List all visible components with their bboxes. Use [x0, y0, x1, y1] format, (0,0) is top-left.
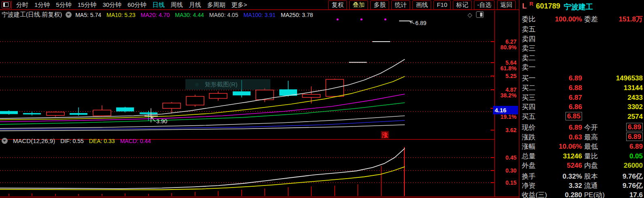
window-icon[interactable]: [2, 1, 11, 8]
rights-tag: R: [529, 1, 533, 7]
buy-row-1[interactable]: 6.89买一1496538: [519, 74, 644, 83]
sell-row-4[interactable]: 卖四: [519, 34, 644, 44]
buy-volume: 1496538: [616, 74, 643, 83]
toolbar-button-2[interactable]: 叠加: [349, 0, 368, 10]
info-label: 涨跌: [522, 133, 536, 142]
fund-value: 9.76亿: [623, 181, 643, 190]
macd-axis-2: 0.30: [492, 168, 516, 173]
toolbar: 分时1分钟5分钟15分钟30分钟60分钟日线周线月线多周期更多> 复权叠加多股统…: [0, 0, 519, 10]
screenshot-tooltip: 矩形截图(R): [185, 79, 270, 90]
period-tab-7[interactable]: 日线: [153, 1, 165, 9]
toolbar-button-9[interactable]: 返回: [497, 0, 516, 10]
sell-row-2[interactable]: 卖二: [519, 53, 644, 63]
period-tab-1[interactable]: 分时: [16, 1, 28, 9]
fund-label: 收益(三): [522, 190, 547, 198]
macd-indicator-title: MACD(12,26,9): [13, 137, 55, 144]
buy-volume: 13144: [624, 83, 643, 93]
ma-value-4: MA30: 4.44: [175, 12, 204, 18]
axis-fib-pct-4: 38.2%: [492, 93, 516, 98]
info-label: 内盘: [584, 161, 598, 170]
quote-panel: L R 601789 宁波建工 委比 100.00% 委差 151.8万 卖五卖…: [519, 0, 644, 198]
fund-label: 净资: [522, 181, 536, 190]
axis-price-4: 4.87: [492, 87, 516, 93]
info-label: 现价: [522, 123, 536, 132]
ma-value-2: MA10: 5.23: [106, 12, 136, 18]
chevron-down-icon[interactable]: [66, 12, 72, 18]
sell-label: 卖四: [522, 34, 536, 44]
toolbar-buttons: 复权叠加多股统计画线F10标记-自选返回: [328, 0, 516, 10]
fund-value: 0.280: [565, 190, 582, 198]
chevron-down-icon[interactable]: [2, 138, 8, 144]
limit-up-badge: 涨: [381, 131, 389, 139]
fund-label: PE(动): [584, 190, 605, 198]
macd-header: MACD(12,26,9) DIF: 0.55DEA: 0.33MACD: 0.…: [2, 137, 151, 144]
axis-fib-pct-1: 80.9%: [492, 44, 516, 50]
info-value: 0.05: [629, 152, 643, 161]
buy-row-4[interactable]: 6.86买四3302: [519, 102, 644, 112]
macd-value-3: MACD: 0.44: [120, 138, 151, 144]
info-value: 0.63: [569, 133, 582, 142]
ma-value-1: MA5: 5.74: [75, 12, 101, 18]
sell-row-3[interactable]: 卖三: [519, 44, 644, 53]
toolbar-button-8[interactable]: -自选: [474, 0, 495, 10]
sell-label: 卖二: [522, 53, 536, 63]
info-value: 5246: [567, 161, 582, 170]
toolbar-button-4[interactable]: 统计: [391, 0, 410, 10]
period-tab-4[interactable]: 15分钟: [78, 1, 97, 9]
toolbar-button-6[interactable]: F10: [434, 0, 451, 10]
info-row-4: 总量31246量比0.05: [519, 152, 644, 161]
sell-label: 卖一: [522, 63, 536, 72]
info-value: 6.89: [569, 123, 582, 132]
sell-row-5[interactable]: 卖五: [519, 25, 644, 34]
peak-price-annotation: 6.89: [415, 20, 426, 26]
sell-row-1[interactable]: 卖一: [519, 63, 644, 72]
macd-value-2: DEA: 0.33: [89, 138, 115, 144]
fund-row-1: 换手0.32%股本9.76亿: [519, 172, 644, 181]
buy-row-5[interactable]: 6.85买五2574: [519, 112, 644, 121]
stock-code: 601789: [536, 2, 560, 11]
weibi-label: 委比: [522, 15, 536, 24]
weicha-value: 151.8万: [618, 15, 643, 24]
period-tab-5[interactable]: 30分钟: [102, 1, 121, 9]
weibi-row: 委比 100.00% 委差 151.8万: [519, 15, 644, 24]
period-tab-10[interactable]: 多周期: [207, 1, 225, 9]
buy-label: 买四: [522, 102, 536, 112]
toolbar-button-1[interactable]: 复权: [328, 0, 347, 10]
macd-value-1: DIF: 0.55: [60, 138, 84, 144]
toolbar-button-3[interactable]: 多股: [370, 0, 389, 10]
sell-label: 卖五: [522, 25, 536, 34]
info-row-1: 现价6.89今开6.89: [519, 123, 644, 132]
buy-row-3[interactable]: 6.87买三2433: [519, 93, 644, 102]
period-tab-11[interactable]: 更多>: [232, 1, 247, 9]
weibi-value: 100.00%: [555, 15, 582, 24]
period-tab-6[interactable]: 60分钟: [128, 1, 147, 9]
ma-value-7: MA250: 3.78: [281, 12, 313, 18]
period-tab-3[interactable]: 5分钟: [56, 1, 71, 9]
macd-axis-3: 0.15: [492, 180, 516, 185]
weicha-label: 委差: [584, 15, 598, 24]
fund-label: 换手: [522, 172, 536, 181]
sell-label: 卖三: [522, 44, 536, 53]
buy-label: 买三: [522, 93, 536, 102]
info-label: 外盘: [522, 161, 536, 170]
buy-price: 6.87: [569, 93, 582, 102]
info-label: 今开: [584, 123, 598, 132]
toolbar-button-7[interactable]: 标记: [453, 0, 472, 10]
period-tab-9[interactable]: 月线: [189, 1, 201, 9]
info-label: 最低: [584, 142, 598, 151]
chart-corner-tools: ◇: [468, 11, 484, 18]
buy-row-2[interactable]: 6.88买二13144: [519, 83, 644, 93]
low-price-annotation: 3.90: [156, 118, 167, 124]
diamond-icon[interactable]: ◇: [468, 12, 472, 18]
info-value: 6.89: [629, 142, 643, 151]
chart-header: 宁波建工(日线.前复权) MA5: 5.74MA10: 5.23MA20: 4.…: [2, 11, 313, 19]
period-tab-2[interactable]: 1分钟: [34, 1, 50, 9]
axis-price-1: 6.27: [492, 39, 516, 44]
axis-price-2: 5.64: [492, 60, 516, 65]
panel-toggle-icon[interactable]: [476, 11, 484, 18]
info-value: 26000: [624, 161, 643, 170]
toolbar-button-5[interactable]: 画线: [412, 0, 431, 10]
price-axis-highlight-badge: 4.16: [493, 106, 518, 114]
period-tab-8[interactable]: 周线: [171, 1, 183, 9]
info-label: 最高: [584, 133, 598, 142]
